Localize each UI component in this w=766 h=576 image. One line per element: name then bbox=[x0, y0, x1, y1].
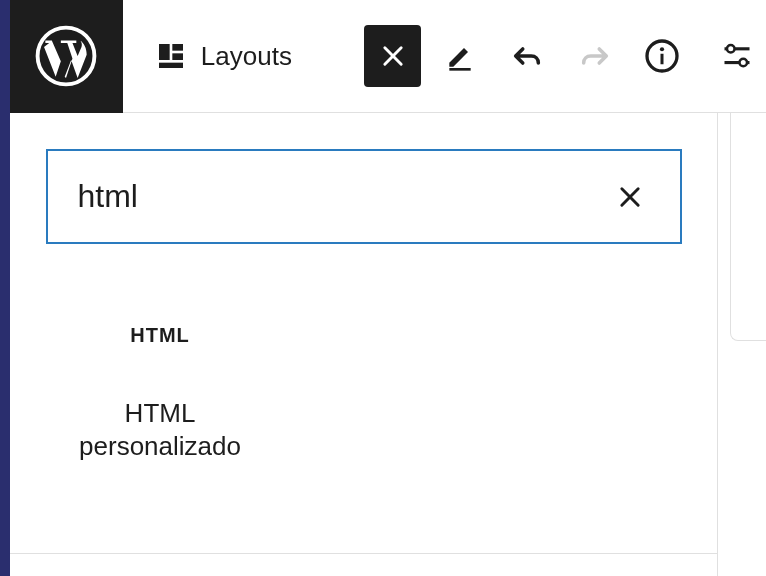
editor-topbar: Layouts bbox=[10, 0, 766, 113]
info-button[interactable] bbox=[633, 25, 690, 87]
block-result-label: HTML personalizado bbox=[70, 397, 250, 462]
clear-search-button[interactable] bbox=[610, 177, 650, 217]
wordpress-logo-button[interactable] bbox=[10, 0, 123, 113]
svg-point-12 bbox=[740, 59, 748, 67]
svg-rect-5 bbox=[449, 68, 470, 71]
sliders-icon bbox=[722, 41, 752, 71]
svg-rect-2 bbox=[172, 44, 183, 51]
redo-button[interactable] bbox=[566, 25, 623, 87]
layouts-button[interactable]: Layouts bbox=[143, 32, 304, 80]
browser-left-edge bbox=[0, 0, 10, 576]
toolbar-group-left: Layouts bbox=[143, 32, 304, 80]
panel-divider bbox=[10, 553, 717, 554]
close-icon bbox=[379, 42, 407, 70]
edit-button[interactable] bbox=[431, 25, 488, 87]
layouts-icon bbox=[155, 40, 187, 72]
svg-rect-3 bbox=[172, 53, 183, 60]
svg-rect-4 bbox=[159, 63, 183, 68]
svg-point-7 bbox=[660, 47, 664, 51]
block-search-wrapper bbox=[46, 149, 682, 244]
svg-point-10 bbox=[727, 45, 735, 53]
wordpress-icon bbox=[35, 25, 97, 87]
redo-icon bbox=[578, 39, 612, 73]
svg-rect-8 bbox=[660, 54, 663, 65]
svg-rect-1 bbox=[159, 44, 170, 60]
block-inserter-panel: HTML HTML personalizado bbox=[10, 113, 718, 576]
close-icon bbox=[616, 183, 644, 211]
undo-icon bbox=[510, 39, 544, 73]
close-inserter-button[interactable] bbox=[364, 25, 421, 87]
settings-button[interactable] bbox=[709, 25, 766, 87]
right-panel-edge bbox=[730, 113, 766, 341]
pencil-icon bbox=[444, 40, 476, 72]
info-icon bbox=[644, 38, 680, 74]
undo-button[interactable] bbox=[499, 25, 556, 87]
block-search-input[interactable] bbox=[78, 178, 610, 215]
layouts-label: Layouts bbox=[201, 41, 292, 72]
block-result-custom-html[interactable]: HTML HTML personalizado bbox=[70, 324, 250, 462]
html-block-icon: HTML bbox=[130, 324, 190, 347]
